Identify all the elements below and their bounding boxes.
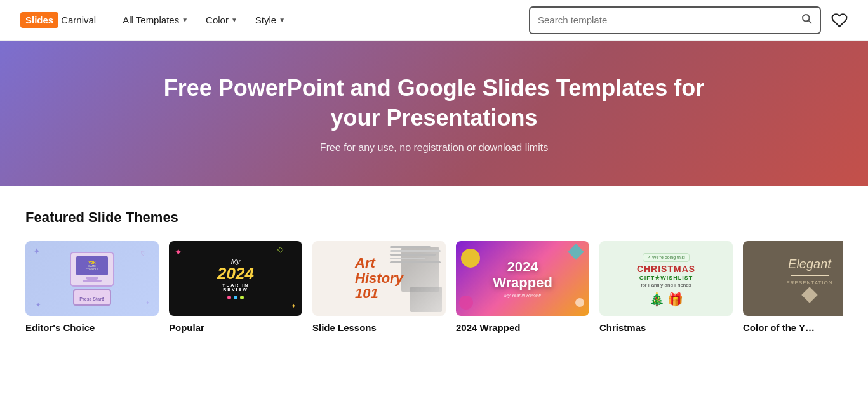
logo-carnival: Carnival xyxy=(61,15,96,25)
xmas-title: CHRISTMAS xyxy=(637,264,695,274)
nav-items: All Templates ▼ Color ▼ Style ▼ xyxy=(116,10,291,30)
card-thumb-elegant: Elegant PRESENTATION xyxy=(743,241,843,316)
wrapped-title: 2024Wrapped xyxy=(493,259,552,290)
nav-color[interactable]: Color ▼ xyxy=(199,10,244,30)
card-thumb-y2k: ✦ ♡ ✦ ✦ Y2K GAME CONSOLE Pre xyxy=(25,241,159,316)
navbar: Slides Carnival All Templates ▼ Color ▼ … xyxy=(0,0,868,41)
card-editors-choice[interactable]: ✦ ♡ ✦ ✦ Y2K GAME CONSOLE Pre xyxy=(25,241,159,334)
card-label-christmas: Christmas xyxy=(599,322,646,333)
cards-row: ✦ ♡ ✦ ✦ Y2K GAME CONSOLE Pre xyxy=(25,241,843,334)
chevron-down-icon: ▼ xyxy=(279,16,285,23)
card-label-slide-lessons: Slide Lessons xyxy=(312,322,377,333)
tree-icon: 🎄 xyxy=(649,292,665,307)
heart-icon xyxy=(831,12,848,29)
card-thumb-wrapped: 2024Wrapped My Year in Review xyxy=(456,241,589,316)
logo[interactable]: Slides Carnival xyxy=(20,12,96,28)
shape-white xyxy=(575,298,584,307)
featured-section: Featured Slide Themes ✦ ♡ ✦ ✦ Y2K GAME C… xyxy=(0,186,868,359)
dot2 xyxy=(234,296,237,299)
featured-section-title: Featured Slide Themes xyxy=(25,209,843,226)
wrapped-sub: My Year in Review xyxy=(493,293,552,297)
hero-title: Free PowerPoint and Google Slides Templa… xyxy=(149,74,720,133)
card-label-wrapped: 2024 Wrapped xyxy=(456,322,520,333)
nav-all-templates[interactable]: All Templates ▼ xyxy=(116,10,194,30)
search-area xyxy=(312,6,848,34)
hero-subtitle: Free for any use, no registration or dow… xyxy=(320,142,548,153)
xmas-gift: GIFT★WISHLIST xyxy=(637,275,695,281)
chevron-down-icon: ▼ xyxy=(231,16,237,23)
shape-pink xyxy=(459,296,473,310)
card-thumb-popular: ✦ ◇ ✦ My 2024 YEAR IN REVIEW xyxy=(169,241,302,316)
star-deco2: ✦ xyxy=(36,301,41,308)
year-in-review: YEAR IN xyxy=(217,283,254,287)
deco-pop3: ✦ xyxy=(291,303,296,310)
card-thumb-arthistory: ArtHistory101 xyxy=(312,241,446,316)
star-deco: ✦ xyxy=(33,246,41,256)
diamond-shape xyxy=(801,287,817,303)
gift-icon: 🎁 xyxy=(667,292,683,307)
card-color-of-year[interactable]: Elegant PRESENTATION Color of the Y… xyxy=(743,241,843,334)
elegant-divider xyxy=(791,275,829,276)
favorites-button[interactable] xyxy=(831,12,848,29)
card-label-popular: Popular xyxy=(169,322,204,333)
art-history-title: ArtHistory101 xyxy=(355,256,403,302)
card-thumb-christmas: ✓ We're doing this! CHRISTMAS GIFT★WISHL… xyxy=(599,241,733,316)
card-2024-wrapped[interactable]: 2024Wrapped My Year in Review 2024 Wrapp… xyxy=(456,241,589,334)
xmas-for: for Family and Friends xyxy=(637,282,695,288)
dot1 xyxy=(227,296,231,299)
heart-deco: ♡ xyxy=(140,250,146,257)
search-input[interactable] xyxy=(538,15,796,25)
logo-slides: Slides xyxy=(20,12,58,28)
card-label-color-year: Color of the Y… xyxy=(743,322,815,333)
year-label: 2024 xyxy=(217,265,254,282)
dot3 xyxy=(240,296,244,299)
search-icon xyxy=(801,13,812,27)
card-label-editors-choice: Editor's Choice xyxy=(25,322,95,333)
card-slide-lessons[interactable]: ArtHistory101 Slide Lessons xyxy=(312,241,446,334)
hero-section: Free PowerPoint and Google Slides Templa… xyxy=(0,41,868,186)
search-box[interactable] xyxy=(529,6,821,34)
elegant-sub: PRESENTATION xyxy=(786,280,832,285)
nav-style[interactable]: Style ▼ xyxy=(249,10,291,30)
star-deco3: ✦ xyxy=(145,300,150,306)
shape-yellow xyxy=(461,249,480,268)
monitor-graphic: Y2K GAME CONSOLE xyxy=(70,252,114,287)
monitor-screen: Y2K GAME CONSOLE xyxy=(76,256,108,275)
shape-teal xyxy=(568,244,584,259)
card-popular[interactable]: ✦ ◇ ✦ My 2024 YEAR IN REVIEW Popular xyxy=(169,241,302,334)
svg-line-1 xyxy=(808,20,811,23)
card-christmas[interactable]: ✓ We're doing this! CHRISTMAS GIFT★WISHL… xyxy=(599,241,733,334)
deco-pop2: ◇ xyxy=(277,245,283,254)
star-pop: ✦ xyxy=(174,246,182,258)
chevron-down-icon: ▼ xyxy=(182,16,188,23)
elegant-title: Elegant xyxy=(786,257,832,271)
